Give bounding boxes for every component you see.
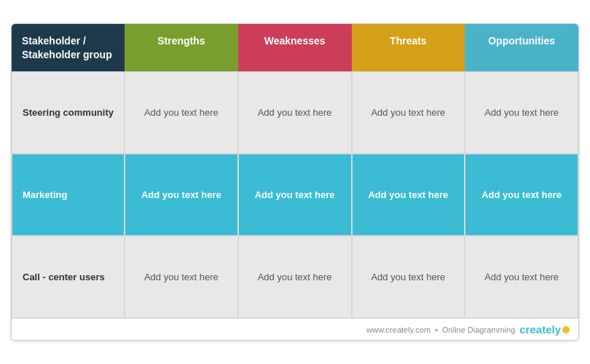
marketing-weaknesses[interactable]: Add you text here	[238, 154, 352, 236]
footer-separator: •	[435, 325, 438, 334]
callcenter-weaknesses[interactable]: Add you text here	[238, 236, 352, 318]
table-grid: Stakeholder / Stakeholder group Strength…	[12, 24, 578, 319]
footer: www.creately.com • Online Diagramming cr…	[12, 318, 578, 340]
steering-weaknesses[interactable]: Add you text here	[238, 71, 352, 154]
steering-threats[interactable]: Add you text here	[352, 71, 465, 154]
steering-strengths[interactable]: Add you text here	[125, 71, 238, 154]
header-stakeholder: Stakeholder / Stakeholder group	[12, 24, 125, 72]
header-threats: Threats	[352, 24, 465, 72]
callcenter-strengths[interactable]: Add you text here	[125, 236, 238, 318]
marketing-opportunities[interactable]: Add you text here	[465, 154, 578, 236]
header-weaknesses: Weaknesses	[238, 24, 352, 72]
row-label-callcenter: Call - center users	[12, 236, 125, 318]
callcenter-opportunities[interactable]: Add you text here	[465, 236, 578, 318]
footer-url: www.creately.com	[366, 325, 430, 334]
stakeholder-table: Stakeholder / Stakeholder group Strength…	[11, 23, 579, 341]
footer-tagline: Online Diagramming	[442, 325, 515, 334]
creately-dot-icon	[562, 326, 570, 333]
steering-opportunities[interactable]: Add you text here	[465, 71, 578, 154]
row-label-marketing: Marketing	[12, 154, 125, 236]
marketing-strengths[interactable]: Add you text here	[125, 154, 238, 236]
marketing-threats[interactable]: Add you text here	[352, 154, 465, 236]
row-label-steering: Steering community	[12, 71, 125, 154]
header-opportunities: Opportunities	[465, 24, 578, 72]
header-strengths: Strengths	[125, 24, 238, 72]
callcenter-threats[interactable]: Add you text here	[352, 236, 465, 318]
footer-brand: creately	[519, 323, 570, 336]
